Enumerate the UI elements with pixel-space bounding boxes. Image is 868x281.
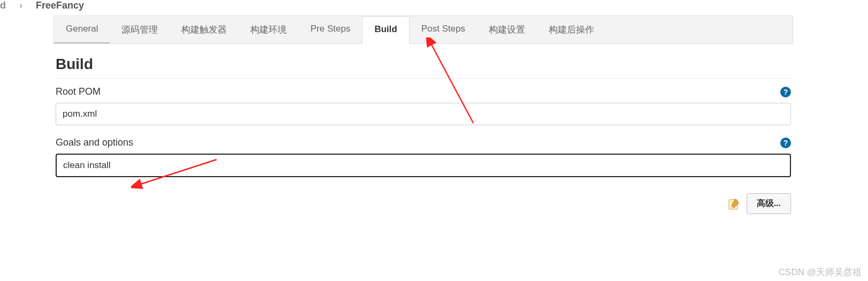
advanced-button[interactable]: 高级...	[747, 193, 791, 214]
tab-build-environment[interactable]: 构建环境	[239, 16, 298, 43]
breadcrumb-fragment: d	[0, 0, 6, 11]
goals-input[interactable]	[56, 154, 791, 177]
watermark: CSDN @天师吴彦祖	[779, 266, 862, 278]
section-title: Build	[56, 56, 791, 79]
goals-label: Goals and options	[56, 137, 133, 148]
tab-post-steps[interactable]: Post Steps	[410, 16, 477, 43]
goals-group: Goals and options ?	[56, 137, 791, 177]
advanced-row: 高级...	[56, 193, 791, 214]
tab-build-settings[interactable]: 构建设置	[477, 16, 537, 43]
build-section: Build Root POM ? Goals and options ?	[53, 44, 793, 214]
root-pom-label: Root POM	[56, 86, 101, 97]
tab-post-build-actions[interactable]: 构建后操作	[537, 16, 606, 43]
notepad-icon	[727, 198, 740, 210]
help-icon[interactable]: ?	[780, 138, 791, 148]
root-pom-group: Root POM ?	[56, 86, 791, 125]
breadcrumb-separator: ›	[19, 0, 22, 11]
tab-pre-steps[interactable]: Pre Steps	[298, 16, 362, 43]
tab-general[interactable]: General	[54, 16, 110, 43]
tab-build[interactable]: Build	[362, 16, 410, 44]
breadcrumb-current[interactable]: FreeFancy	[36, 0, 84, 11]
tab-source-control[interactable]: 源码管理	[110, 16, 170, 43]
tab-build-triggers[interactable]: 构建触发器	[170, 16, 239, 43]
tabs-bar: General 源码管理 构建触发器 构建环境 Pre Steps Build …	[53, 16, 793, 44]
breadcrumb: d › FreeFancy	[0, 0, 868, 16]
root-pom-input[interactable]	[56, 103, 791, 125]
help-icon[interactable]: ?	[780, 87, 791, 97]
